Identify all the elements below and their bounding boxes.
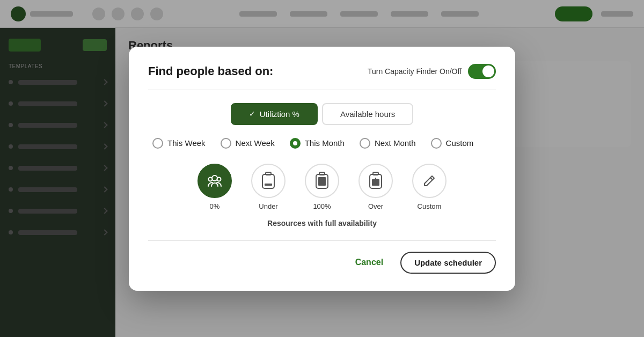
tab-available-hours[interactable]: Available hours [322,103,413,125]
modal-title: Find people based on: [148,64,273,78]
radio-label-next-month: Next Month [375,138,416,148]
radio-circle-this-month [290,138,301,149]
radio-label-next-week: Next Week [236,138,275,148]
cancel-button[interactable]: Cancel [347,252,392,273]
util-over[interactable]: Over [358,164,393,210]
radio-circle-next-month [360,138,370,149]
tab-utilization[interactable]: Utiliztion % [231,103,318,125]
util-icon-over [358,164,393,198]
radio-custom[interactable]: Custom [431,138,474,149]
util-custom[interactable]: Custom [412,164,447,210]
radio-circle-next-week [221,138,231,149]
util-label-hundred: 100% [313,202,331,210]
util-icon-under [251,164,286,198]
modal-header: Find people based on: Turn Capacity Find… [148,64,496,90]
svg-rect-7 [319,172,325,175]
util-icon-custom [412,164,447,198]
radio-next-week[interactable]: Next Week [221,138,275,149]
utilization-options-row: 0% Under [148,164,496,210]
capacity-finder-toggle[interactable] [468,64,496,79]
util-zero-percent[interactable]: 0% [197,164,232,210]
radio-label-this-month: This Month [305,138,345,148]
svg-line-14 [430,178,433,180]
radio-circle-this-week [152,138,163,149]
time-period-radio-group: This Week Next Week This Month Next Mont… [148,138,496,149]
update-scheduler-button[interactable]: Update scheduler [400,252,496,274]
radio-next-month[interactable]: Next Month [360,138,416,149]
util-icon-hundred [305,164,339,198]
radio-this-week[interactable]: This Week [152,138,206,149]
modal-footer-divider [148,240,496,241]
svg-rect-8 [318,177,326,186]
svg-point-0 [212,175,217,181]
tab-row: Utiliztion % Available hours [148,103,496,125]
capacity-finder-modal: Find people based on: Turn Capacity Find… [129,47,515,291]
modal-footer: Cancel Update scheduler [148,252,496,274]
radio-label-custom: Custom [446,138,474,148]
util-icon-zero [197,164,232,198]
util-label-under: Under [259,202,277,210]
util-label-zero: 0% [210,202,220,210]
util-label-over: Over [368,202,383,210]
svg-rect-10 [373,172,378,175]
util-label-custom: Custom [418,202,442,210]
svg-rect-4 [266,172,271,175]
svg-rect-5 [265,184,272,186]
svg-rect-3 [262,174,274,188]
toggle-label: Turn Capacity Finder On/Off [368,67,462,76]
radio-label-this-week: This Week [167,138,206,148]
util-under[interactable]: Under [251,164,286,210]
toggle-group: Turn Capacity Finder On/Off [368,64,496,79]
radio-circle-custom [431,138,442,149]
radio-this-month[interactable]: This Month [290,138,345,149]
util-hundred-percent[interactable]: 100% [305,164,339,210]
modal-overlay: Find people based on: Turn Capacity Find… [0,0,644,337]
resources-availability-text: Resources with full availability [148,219,496,228]
